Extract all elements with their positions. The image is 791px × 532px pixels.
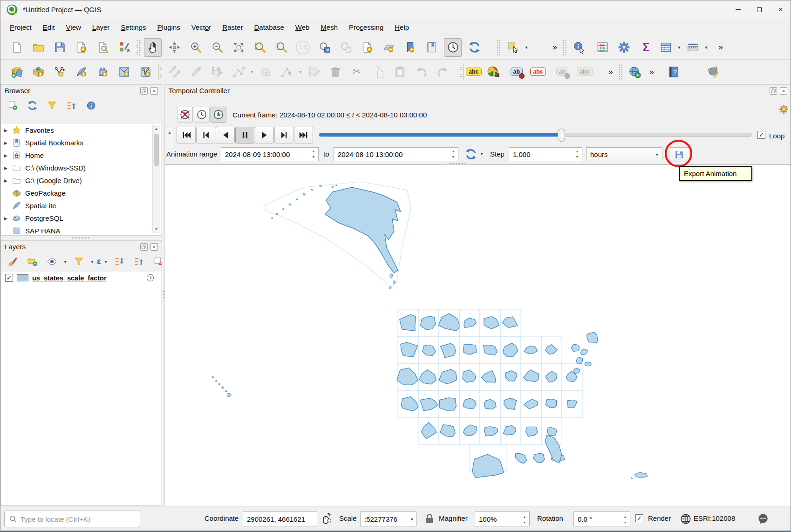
filter-legend-dropdown[interactable]: ▾ [89,259,95,264]
new-virtual-layer-button[interactable] [136,62,154,81]
add-selected-layers-button[interactable] [6,98,20,112]
close-panel-button[interactable]: × [150,87,158,95]
measure-button[interactable] [684,38,702,57]
attribute-table-dropdown[interactable]: ▾ [676,45,682,50]
fast-forward-button[interactable] [294,127,313,143]
new-memory-layer-button[interactable] [94,62,111,81]
new-geopackage-layer-button[interactable] [29,62,47,81]
step-value-input[interactable] [513,150,582,158]
properties-widget-button[interactable] [84,98,98,112]
menu-database[interactable]: Database [249,21,290,34]
menu-vector[interactable]: Vector [186,21,217,34]
scroll-up-icon[interactable]: ▲ [153,125,160,133]
layer-visibility-checkbox[interactable]: ✓ [5,274,13,282]
help-button[interactable] [665,62,683,81]
range-start-spinner[interactable]: ▲▼ [310,149,317,159]
open-attribute-table-button[interactable] [657,38,675,57]
refresh-map-button[interactable] [465,38,483,57]
browser-item-spatial-bookmarks[interactable]: ▶Spatial Bookmarks [1,136,161,149]
layer-name[interactable]: us_states_scale_factor [32,274,107,282]
browser-item-geopackage[interactable]: GeoPackage [1,187,161,199]
menu-processing[interactable]: Processing [343,21,389,34]
expander-icon[interactable]: ▶ [4,153,12,158]
set-range-from-project-icon[interactable] [465,148,477,160]
toolbar-grip[interactable] [496,40,501,55]
menu-layer[interactable]: Layer [87,21,116,34]
zoom-in-button[interactable] [187,38,205,57]
collapse-all-button[interactable] [64,98,78,112]
menu-view[interactable]: View [61,21,87,34]
toolbar-grip[interactable] [136,40,141,55]
zoom-last-button[interactable] [315,38,333,57]
show-layout-manager-button[interactable] [94,38,111,57]
browser-item-sap-hana[interactable]: SAP HANA [1,225,161,235]
new-project-button[interactable] [8,38,26,57]
range-end-field[interactable]: ▲▼ [334,147,458,161]
filter-legend-button[interactable] [72,254,86,268]
toolbar-grip[interactable] [618,64,623,80]
new-spatialite-layer-button[interactable] [72,62,90,81]
highlight-unplaced-labels-button[interactable]: abc [530,68,546,76]
zoom-out-button[interactable] [208,38,226,57]
step-unit-combo[interactable]: hours ▾ [586,147,662,161]
messages-icon[interactable] [757,513,769,525]
menu-mesh[interactable]: Mesh [315,21,343,34]
statistical-summary-button[interactable] [593,38,611,57]
layer-styling-button[interactable] [6,254,20,268]
measure-dropdown[interactable]: ▾ [703,45,709,50]
magnifier-field[interactable]: 100% ▲▼ [475,512,530,526]
browser-item-spatialite[interactable]: SpatiaLite [1,199,161,212]
new-mesh-layer-button[interactable] [115,62,133,81]
scroll-down-icon[interactable]: ▼ [153,225,160,233]
style-manager-button[interactable] [115,38,133,57]
expander-icon[interactable]: ▶ [4,141,12,145]
float-panel-button[interactable] [140,243,148,251]
pin-labels-button[interactable]: ab [511,68,523,76]
new-spatial-bookmark-button[interactable] [401,38,419,57]
menu-raster[interactable]: Raster [217,21,248,34]
range-start-field[interactable]: ▲▼ [221,147,319,161]
play-forward-button[interactable] [255,127,274,143]
coordinate-field[interactable]: 2900261, 4661621 [243,512,317,526]
play-backward-button[interactable] [216,127,235,143]
crs-label[interactable]: ESRI:102008 [694,514,735,522]
minimize-button[interactable] [727,0,749,19]
magnifier-spinner[interactable]: ▲▼ [521,514,528,525]
geometry-checker-button[interactable] [704,62,722,81]
loop-checkbox[interactable]: ✓ [757,131,765,139]
toolbar-overflow-button[interactable]: » [605,67,617,77]
range-end-input[interactable] [338,150,458,158]
step-spinner[interactable]: ▲▼ [574,149,580,159]
processing-toolbox-button[interactable] [615,38,633,57]
pan-to-selection-button[interactable] [165,38,183,57]
new-print-layout-button[interactable] [72,38,90,57]
float-panel-button[interactable] [140,87,148,95]
new-3d-map-view-button[interactable] [380,38,397,57]
temporal-navigation-off-button[interactable] [177,107,193,123]
rewind-button[interactable] [177,127,196,143]
refresh-browser-button[interactable] [25,98,39,112]
menu-plugins[interactable]: Plugins [152,21,186,34]
add-group-button[interactable] [25,254,39,268]
filter-browser-button[interactable] [45,98,59,112]
browser-item-postgresql[interactable]: ▶PostgreSQL [1,212,161,225]
time-slider-handle[interactable] [558,129,565,142]
panel-splitter[interactable]: •••••• [0,236,162,240]
animated-navigation-button[interactable] [211,107,226,123]
menu-web[interactable]: Web [290,21,315,34]
browser-item-home[interactable]: ▶Home [1,149,161,162]
toolbar-grip[interactable] [562,40,567,55]
fixed-range-navigation-button[interactable] [194,107,210,123]
range-end-spinner[interactable]: ▲▼ [450,149,457,159]
save-project-button[interactable] [51,38,68,57]
layer-labeling-button[interactable]: abc [466,68,482,76]
toolbar-overflow-button[interactable]: » [549,42,561,52]
browser-item-g-google-drive-[interactable]: ▶G:\ (Google Drive) [1,174,161,187]
show-spatial-bookmarks-button[interactable] [423,38,440,57]
zoom-full-button[interactable] [230,38,247,57]
menu-edit[interactable]: Edit [37,21,61,34]
rotation-spinner[interactable]: ▲▼ [622,514,628,525]
close-panel-button[interactable]: × [150,243,158,251]
mouse-extent-icon[interactable] [320,513,332,525]
open-project-button[interactable] [29,38,47,57]
